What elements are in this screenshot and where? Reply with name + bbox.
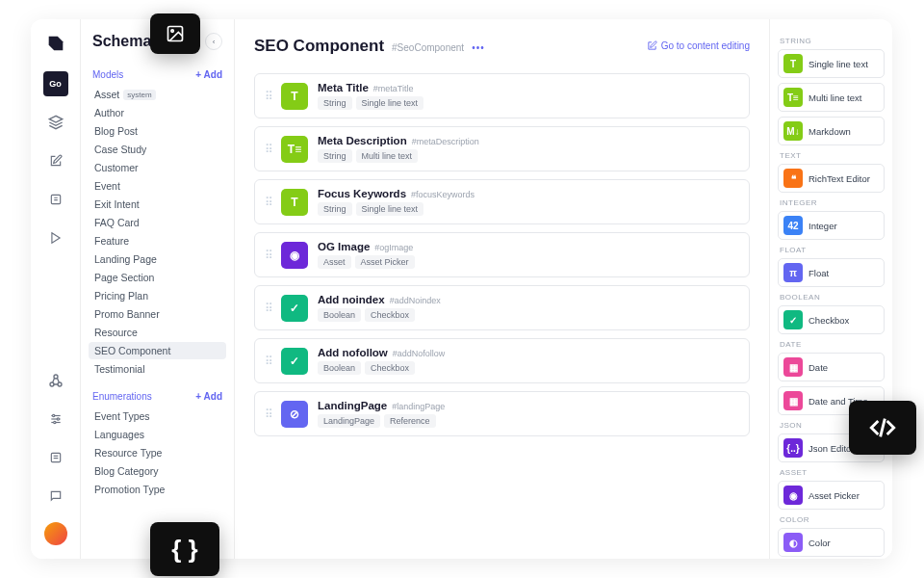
field-name: Meta Title [318, 82, 369, 93]
floating-braces-card: { } [150, 522, 219, 576]
model-item[interactable]: Exit Intent [89, 196, 226, 213]
icon-rail: Go [31, 19, 81, 559]
palette-item[interactable]: ◉Asset Picker [778, 481, 885, 510]
rail-settings-icon[interactable] [43, 407, 68, 432]
page-title: SEO Component [254, 37, 384, 56]
field-card[interactable]: ⠿ ◉ OG Image #ogImage AssetAsset Picker [254, 232, 750, 277]
field-tag: Multi line text [356, 149, 419, 163]
field-type-icon: ◉ [281, 242, 308, 269]
go-to-content-link[interactable]: Go to content editing [647, 40, 750, 51]
palette-section-label: String [780, 37, 885, 45]
model-item[interactable]: Customer [89, 159, 226, 176]
rail-play-icon[interactable] [43, 225, 68, 250]
palette-section-label: Integer [780, 198, 885, 207]
model-item[interactable]: Feature [89, 232, 226, 250]
model-item[interactable]: Case Study [89, 141, 226, 158]
enum-item[interactable]: Promotion Type [89, 481, 226, 498]
rail-chat-icon[interactable] [43, 484, 68, 509]
model-item[interactable]: SEO Component [89, 342, 226, 359]
page-api-id: #SeoComponent [392, 42, 464, 53]
model-item[interactable]: FAQ Card [89, 214, 226, 231]
floating-image-card [150, 13, 200, 54]
palette-item[interactable]: 42Integer [778, 211, 885, 240]
svg-point-11 [53, 421, 55, 423]
field-card[interactable]: ⠿ T≡ Meta Description #metaDescription S… [254, 126, 750, 171]
model-item[interactable]: Author [89, 104, 226, 121]
field-tag: Single line text [356, 202, 424, 216]
drag-handle-icon[interactable]: ⠿ [265, 302, 271, 315]
model-item[interactable]: Event [89, 177, 226, 195]
palette-item-label: Checkbox [808, 315, 849, 326]
rail-list-icon[interactable] [43, 445, 68, 470]
field-tag: Single line text [356, 96, 424, 110]
enums-section-label: Enumerations [92, 391, 152, 402]
palette-item[interactable]: ▦Date [778, 353, 885, 381]
palette-type-icon: ◉ [783, 486, 803, 505]
field-type-icon: T [281, 189, 308, 216]
field-api-id: #landingPage [392, 402, 445, 411]
drag-handle-icon[interactable]: ⠿ [265, 355, 271, 368]
drag-handle-icon[interactable]: ⠿ [265, 143, 271, 156]
add-enum-button[interactable]: + Add [195, 391, 222, 402]
user-avatar[interactable] [44, 522, 67, 545]
svg-line-17 [881, 419, 886, 437]
braces-icon: { } [171, 535, 197, 565]
palette-item[interactable]: TSingle line text [778, 49, 885, 78]
more-actions-button[interactable]: ••• [472, 42, 485, 53]
palette-item[interactable]: ✓Checkbox [778, 305, 885, 334]
field-api-id: #metaTitle [373, 84, 414, 93]
collapse-sidebar-button[interactable]: ‹ [205, 33, 222, 50]
drag-handle-icon[interactable]: ⠿ [265, 407, 271, 421]
rail-edit-icon[interactable] [43, 148, 68, 173]
palette-item[interactable]: T≡Multi line text [778, 83, 885, 112]
model-item[interactable]: Page Section [89, 269, 226, 286]
drag-handle-icon[interactable]: ⠿ [265, 249, 271, 262]
field-tag: Boolean [318, 361, 361, 375]
model-item[interactable]: Blog Post [89, 122, 226, 140]
field-type-icon: ✓ [281, 295, 308, 322]
field-card[interactable]: ⠿ ⊘ LandingPage #landingPage LandingPage… [254, 391, 750, 436]
field-type-icon: T [281, 83, 308, 110]
palette-item-label: RichText Editor [808, 173, 870, 184]
model-item[interactable]: Resource [89, 324, 226, 341]
drag-handle-icon[interactable]: ⠿ [265, 90, 271, 103]
enum-item[interactable]: Blog Category [89, 462, 226, 480]
add-model-button[interactable]: + Add [195, 69, 222, 80]
rail-webhooks-icon[interactable] [43, 368, 68, 393]
field-name: Add noindex [318, 294, 385, 305]
drag-handle-icon[interactable]: ⠿ [265, 196, 271, 209]
field-api-id: #addNoindex [390, 296, 441, 305]
field-card[interactable]: ⠿ ✓ Add noindex #addNoindex BooleanCheck… [254, 285, 750, 330]
image-icon [166, 24, 185, 43]
palette-item-label: Integer [808, 221, 837, 231]
field-card[interactable]: ⠿ ✓ Add nofollow #addNofollow BooleanChe… [254, 338, 750, 383]
enum-item[interactable]: Event Types [89, 407, 226, 425]
code-icon [869, 414, 896, 441]
palette-item[interactable]: M↓Markdown [778, 117, 885, 145]
palette-item[interactable]: ◐Color [778, 528, 885, 557]
rail-layers-icon[interactable] [43, 110, 68, 135]
model-item[interactable]: Landing Page [89, 250, 226, 268]
field-card[interactable]: ⠿ T Meta Title #metaTitle StringSingle l… [254, 73, 750, 118]
palette-item[interactable]: πFloat [778, 258, 885, 287]
palette-type-icon: {..} [783, 438, 803, 458]
field-tag: Asset Picker [355, 255, 415, 269]
field-tag: String [318, 149, 352, 163]
enum-item[interactable]: Languages [89, 426, 226, 443]
model-item[interactable]: Testimonial [89, 360, 226, 378]
model-item[interactable]: Assetsystem [89, 86, 226, 103]
sidebar: Schema ‹ Models + Add AssetsystemAuthorB… [81, 19, 235, 559]
field-type-icon: T≡ [281, 136, 308, 163]
rail-go-button[interactable]: Go [43, 71, 68, 96]
enum-item[interactable]: Resource Type [89, 444, 226, 461]
rail-docs-icon[interactable] [43, 187, 68, 212]
palette-item-label: Date [808, 362, 828, 373]
model-item[interactable]: Promo Banner [89, 305, 226, 323]
svg-marker-0 [49, 116, 62, 122]
palette-item[interactable]: ❝RichText Editor [778, 164, 885, 193]
field-card[interactable]: ⠿ T Focus Keywords #focusKeywords String… [254, 179, 750, 224]
model-item[interactable]: Pricing Plan [89, 287, 226, 304]
main-panel: SEO Component #SeoComponent ••• Go to co… [235, 19, 769, 559]
field-name: Focus Keywords [318, 188, 406, 199]
field-type-icon: ⊘ [281, 401, 308, 428]
